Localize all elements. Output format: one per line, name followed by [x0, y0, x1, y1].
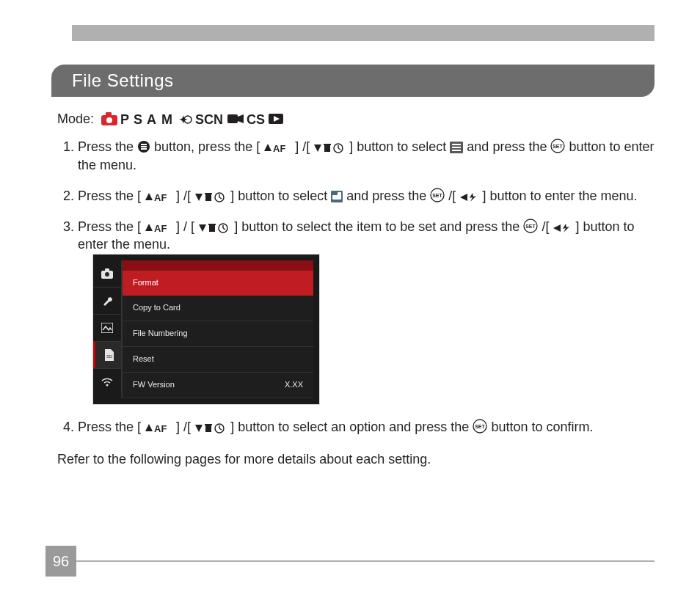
svg-marker-46 [460, 194, 467, 201]
camera-menu-illustration: SD Format Copy to Card [92, 254, 320, 405]
page-number: 96 [45, 546, 76, 577]
up-af-icon: AF [263, 143, 291, 153]
menu-row-value: X.XX [285, 379, 303, 390]
svg-marker-59 [563, 224, 569, 233]
svg-rect-28 [452, 144, 461, 145]
closing-text: Refer to the following pages for more de… [57, 450, 655, 468]
svg-rect-16 [141, 144, 147, 145]
svg-marker-11 [238, 114, 244, 123]
mode-s-icon: S [134, 112, 144, 125]
svg-marker-50 [199, 224, 206, 232]
step-3: Press the [ AF ] / [ ] button to select … [78, 218, 655, 405]
svg-line-40 [219, 197, 222, 199]
svg-marker-21 [314, 144, 321, 152]
svg-rect-51 [209, 225, 215, 232]
wifi-icon [101, 377, 113, 387]
section-header: File Settings [51, 65, 655, 97]
svg-point-65 [106, 384, 109, 386]
mode-movie-icon [227, 112, 244, 125]
svg-text:✦: ✦ [179, 114, 188, 125]
sidebar-tab-wifi [93, 368, 121, 395]
camera-menu-list: Format Copy to Card File Numbering Reset [123, 260, 313, 398]
section-title: File Settings [72, 70, 174, 91]
mode-face-icon: ✦ [179, 112, 192, 125]
svg-rect-18 [141, 148, 147, 150]
camera-icon [101, 268, 113, 279]
down-delete-timer-icon [194, 192, 227, 202]
menu-row-fw: FW Version X.XX [123, 373, 313, 398]
svg-marker-19 [264, 144, 271, 151]
footer-rule [76, 560, 655, 562]
up-af-icon: AF [145, 192, 172, 202]
menu-button-icon [137, 140, 150, 153]
svg-marker-66 [145, 424, 153, 431]
svg-text:A: A [147, 112, 156, 125]
set-button-icon: SET [523, 219, 538, 233]
right-flash-icon [553, 223, 572, 233]
svg-text:SET: SET [433, 193, 443, 198]
menu-list-icon [450, 142, 463, 153]
svg-marker-58 [553, 224, 561, 232]
sidebar-tab-camera [93, 260, 121, 287]
steps-list: Press the button, press the [ AF ] /[ ] … [57, 138, 655, 436]
mode-play-icon [269, 112, 283, 125]
step-4: Press the [ AF ] /[ ] button to select a… [78, 418, 655, 436]
svg-rect-17 [141, 146, 147, 147]
set-button-icon: SET [430, 188, 445, 202]
svg-marker-33 [145, 193, 153, 200]
svg-text:S: S [134, 112, 142, 125]
menu-row-label: File Numbering [133, 328, 188, 339]
menu-row-reset: Reset [123, 347, 313, 373]
mode-m-icon: M [161, 112, 176, 125]
down-delete-timer-icon [313, 143, 346, 153]
svg-rect-43 [338, 192, 341, 197]
set-button-icon: SET [550, 139, 565, 153]
sidebar-tab-play [93, 314, 121, 341]
wrench-icon [101, 295, 113, 307]
menu-row-label: Copy to Card [133, 302, 181, 313]
sd-card-icon: SD [103, 349, 114, 361]
svg-rect-52 [208, 224, 216, 225]
photo-icon [101, 323, 113, 333]
svg-text:SET: SET [475, 424, 486, 429]
svg-rect-70 [205, 424, 212, 425]
footer: 96 [45, 546, 655, 577]
svg-line-73 [219, 428, 222, 430]
down-delete-timer-icon [198, 223, 230, 233]
svg-text:AF: AF [154, 423, 167, 433]
mode-scn-icon: SCN [195, 112, 225, 125]
svg-rect-36 [205, 194, 211, 201]
mode-a-icon: A [147, 112, 158, 125]
step-1: Press the button, press the [ AF ] /[ ] … [78, 138, 655, 174]
svg-rect-29 [452, 147, 461, 148]
svg-rect-61 [105, 268, 109, 271]
content-block: Mode: P S A M ✦ SCN CS Press the button,… [57, 110, 655, 481]
svg-text:M: M [161, 112, 172, 125]
svg-point-2 [106, 117, 112, 123]
step-2: Press the [ AF ] /[ ] button to select a… [78, 187, 655, 205]
svg-text:SET: SET [526, 224, 536, 229]
svg-text:AF: AF [273, 143, 285, 153]
svg-rect-1 [106, 112, 112, 117]
menu-row-filenum: File Numbering [123, 321, 313, 347]
svg-text:AF: AF [154, 192, 167, 202]
svg-rect-22 [324, 145, 330, 152]
svg-text:SCN: SCN [195, 112, 223, 125]
up-af-icon: AF [145, 423, 172, 433]
sd-card-icon [331, 191, 343, 202]
svg-rect-37 [205, 193, 212, 194]
svg-text:P: P [120, 112, 129, 125]
camera-menu-sidebar: SD [93, 260, 123, 398]
menu-row-format: Format [123, 271, 313, 296]
mode-p-icon: P [120, 112, 131, 125]
camera-auto-icon [101, 112, 117, 125]
svg-marker-68 [195, 425, 203, 432]
mode-label: Mode: [57, 110, 94, 128]
mode-cs-icon: CS [247, 112, 266, 125]
svg-text:AF: AF [154, 223, 167, 233]
menu-row-label: FW Version [133, 379, 175, 390]
sidebar-tab-wrench [93, 287, 121, 314]
svg-text:CS: CS [247, 112, 265, 125]
svg-rect-10 [227, 114, 238, 123]
svg-point-62 [105, 272, 109, 277]
